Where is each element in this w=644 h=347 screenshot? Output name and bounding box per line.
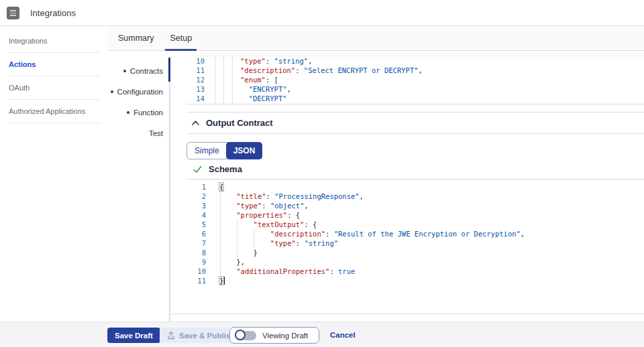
view-simple-button[interactable]: Simple: [187, 143, 227, 159]
bullet-icon: [111, 90, 113, 93]
top-bar: Integrations: [0, 0, 644, 26]
schema-label: Schema: [209, 164, 242, 174]
subnav-item-test[interactable]: Test: [107, 123, 163, 143]
sidebar-item-actions[interactable]: Actions: [9, 53, 101, 76]
indent-guide: [220, 192, 221, 276]
subnav-scroll-rail[interactable]: [169, 58, 170, 322]
output-contract-title: Output Contract: [206, 118, 273, 128]
tab-bar: Summary Setup: [107, 26, 644, 51]
subnav-item-function[interactable]: Function: [107, 102, 163, 123]
divider: [186, 179, 644, 180]
viewing-draft-label: Viewing Draft: [262, 332, 308, 340]
indent-guide: [237, 220, 237, 257]
toggle-knob: [235, 330, 246, 340]
sidebar: Integrations Actions OAuth Authorized Ap…: [9, 29, 101, 123]
indent-guide: [232, 56, 233, 104]
tab-setup[interactable]: Setup: [165, 26, 197, 50]
output-schema-code-editor[interactable]: 1{2 "title": "ProcessingResponse",3 "typ…: [186, 182, 644, 291]
divider: [186, 133, 644, 134]
sidebar-item-authorized-applications[interactable]: Authorized Applications: [9, 100, 101, 123]
footer-action-bar: Save Draft Save & Publish Viewing Draft …: [0, 322, 644, 347]
contract-view-toggle: Simple JSON: [186, 142, 262, 159]
sidebar-item-oauth[interactable]: OAuth: [9, 76, 101, 100]
indent-guide: [223, 56, 224, 104]
divider: [171, 314, 644, 314]
check-icon: [193, 165, 202, 174]
indent-guide: [254, 229, 254, 248]
schema-status-row: Schema: [193, 164, 242, 174]
hamburger-menu-icon[interactable]: [7, 7, 19, 19]
input-contract-code-editor[interactable]: 10"type": "string",11"description": "Sel…: [186, 56, 644, 105]
tab-summary[interactable]: Summary: [113, 26, 158, 50]
save-draft-button[interactable]: Save Draft: [107, 328, 160, 343]
subnav-item-contracts[interactable]: Contracts: [107, 60, 163, 81]
view-json-button[interactable]: JSON: [226, 142, 263, 159]
publish-upload-icon: [167, 331, 175, 340]
setup-subnav: Contracts Configuration Function Test: [107, 60, 163, 143]
viewing-draft-toggle[interactable]: Viewing Draft: [229, 327, 319, 344]
output-contract-section-header[interactable]: Output Contract: [191, 118, 273, 128]
subnav-item-configuration[interactable]: Configuration: [107, 81, 163, 102]
divider: [186, 112, 644, 113]
bullet-icon: [127, 111, 129, 114]
sidebar-item-integrations[interactable]: Integrations: [9, 29, 101, 53]
cancel-button[interactable]: Cancel: [330, 331, 356, 339]
toggle-switch-off[interactable]: [236, 331, 256, 340]
page-title: Integrations: [30, 8, 76, 18]
indent-guide: [215, 56, 215, 104]
subnav-active-indicator: [168, 58, 170, 82]
bullet-icon: [123, 70, 126, 72]
chevron-up-icon: [191, 120, 200, 126]
